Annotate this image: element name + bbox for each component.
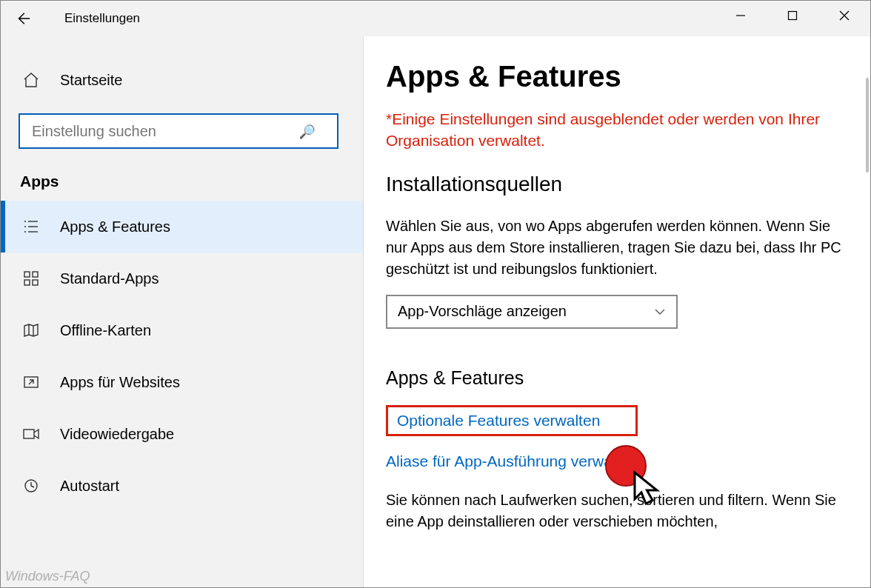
sidebar: Startseite 🔍 Apps Apps & Features Standa… [1,36,364,587]
svg-rect-10 [24,272,30,277]
sidebar-item-label: Offline-Karten [60,322,151,339]
minimize-button[interactable] [715,1,767,30]
apps-features-description: Sie können nach Laufwerken suchen, sorti… [386,490,842,532]
close-button[interactable] [818,1,870,30]
sidebar-item-apps-features[interactable]: Apps & Features [1,201,363,253]
defaults-icon [21,269,41,288]
sidebar-item-label: Videowiedergabe [60,426,174,443]
home-icon [21,70,41,90]
sidebar-item-offline-maps[interactable]: Offline-Karten [1,304,363,356]
scrollbar-thumb[interactable] [866,78,869,173]
svg-rect-15 [24,430,34,438]
install-sources-dropdown[interactable]: App-Vorschläge anzeigen [386,295,678,329]
window-title: Einstellungen [64,11,140,26]
home-link[interactable]: Startseite [1,60,363,100]
video-icon [21,424,41,444]
svg-rect-12 [24,280,30,285]
svg-rect-11 [33,272,38,277]
org-policy-warning: *Einige Einstellungen sind ausgeblendet … [386,108,838,152]
app-alias-link[interactable]: Aliase für App-Ausführung verwalten [386,452,842,470]
section-heading: Apps [1,167,363,201]
svg-rect-13 [33,280,38,285]
window-controls [715,1,870,30]
maximize-button[interactable] [767,1,818,30]
dropdown-value: App-Vorschläge anzeigen [398,303,567,320]
autostart-icon [21,476,41,495]
page-title: Apps & Features [386,60,842,93]
content-area: Apps & Features *Einige Einstellungen si… [364,36,870,587]
home-label: Startseite [60,72,122,89]
install-sources-heading: Installationsquellen [386,173,842,196]
sidebar-item-label: Apps & Features [60,218,170,235]
list-icon [21,217,41,236]
sidebar-item-autostart[interactable]: Autostart [1,460,363,512]
sidebar-item-label: Apps für Websites [60,374,180,391]
install-sources-description: Wählen Sie aus, von wo Apps abgerufen we… [386,216,842,280]
svg-rect-1 [789,12,797,20]
open-in-icon [21,372,41,392]
sidebar-item-label: Autostart [60,478,119,495]
map-icon [21,321,41,340]
watermark: Windows-FAQ [5,569,90,584]
sidebar-item-video-playback[interactable]: Videowiedergabe [1,408,363,460]
titlebar: Einstellungen [1,1,870,36]
sidebar-item-default-apps[interactable]: Standard-Apps [1,253,363,304]
chevron-down-icon [654,306,666,318]
sidebar-item-label: Standard-Apps [60,270,158,287]
search-icon: 🔍 [299,124,316,140]
back-button[interactable] [1,1,45,36]
apps-features-heading: Apps & Features [386,367,842,389]
highlight-annotation: Optionale Features verwalten [386,405,638,436]
optional-features-link[interactable]: Optionale Features verwalten [397,412,600,430]
search-input[interactable] [19,113,338,149]
sidebar-item-apps-for-websites[interactable]: Apps für Websites [1,356,363,408]
search-container: 🔍 [19,113,345,149]
